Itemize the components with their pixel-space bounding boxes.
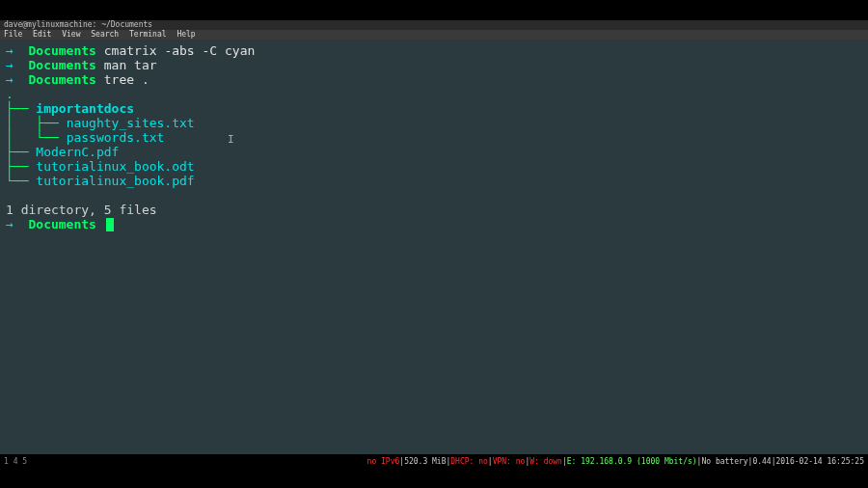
prompt-cwd: Documents bbox=[28, 43, 95, 58]
prompt-cwd: Documents bbox=[28, 58, 95, 72]
command-text: tree . bbox=[104, 72, 149, 87]
workspace-indicator[interactable]: 1 4 5 bbox=[4, 456, 27, 467]
tree-branch-icon: ├── bbox=[6, 101, 36, 116]
terminal-line: . bbox=[6, 87, 862, 101]
status-right: no IPv6|520.3 MiB|DHCP: no|VPN: no|W: do… bbox=[367, 456, 864, 467]
prompt-arrow-icon: → bbox=[6, 58, 28, 72]
block-cursor-icon bbox=[106, 218, 114, 231]
status-bar: 1 4 5 no IPv6|520.3 MiB|DHCP: no|VPN: no… bbox=[0, 454, 868, 469]
menu-terminal[interactable]: Terminal bbox=[129, 30, 167, 39]
tree-branch-icon: └── bbox=[6, 174, 36, 188]
menu-bar: File Edit View Search Terminal Help bbox=[0, 30, 868, 40]
text-cursor-icon: I bbox=[228, 132, 234, 147]
status-segment: no IPv6 bbox=[367, 456, 400, 467]
menu-edit[interactable]: Edit bbox=[33, 30, 51, 39]
terminal-line: → Documents cmatrix -abs -C cyan bbox=[6, 43, 862, 58]
tree-branch-icon: ├── bbox=[6, 159, 36, 174]
prompt-cwd: Documents bbox=[28, 72, 95, 87]
prompt-arrow-icon: → bbox=[6, 43, 28, 58]
terminal-line: └── tutorialinux_book.pdf bbox=[6, 174, 862, 188]
terminal-line: → Documents bbox=[6, 217, 862, 231]
tree-branch-icon: ├── bbox=[6, 145, 36, 159]
tree-file: passwords.txt bbox=[67, 130, 165, 145]
terminal-line: → Documents tree . bbox=[6, 72, 862, 87]
status-segment: VPN: no bbox=[493, 456, 526, 467]
status-segment: |520.3 MiB| bbox=[399, 456, 450, 467]
terminal-line: │ ├── naughty_sites.txt bbox=[6, 116, 862, 130]
tree-directory: importantdocs bbox=[36, 101, 134, 116]
prompt-cwd: Documents bbox=[28, 217, 95, 231]
prompt-arrow-icon: → bbox=[6, 217, 28, 231]
tree-file: tutorialinux_book.odt bbox=[36, 159, 194, 174]
terminal-line: │ └── passwords.txt bbox=[6, 130, 862, 145]
window-title: dave@mylinuxmachine: ~/Documents bbox=[4, 21, 152, 29]
menu-file[interactable]: File bbox=[4, 30, 22, 39]
window-titlebar: dave@mylinuxmachine: ~/Documents bbox=[0, 20, 868, 30]
tree-branch-icon: │ └── bbox=[6, 130, 67, 145]
tree-file: naughty_sites.txt bbox=[67, 116, 195, 130]
letterbox-top bbox=[0, 0, 868, 20]
tree-file: tutorialinux_book.pdf bbox=[36, 174, 194, 188]
terminal-line: → Documents man tar bbox=[6, 58, 862, 72]
menu-view[interactable]: View bbox=[62, 30, 80, 39]
prompt-arrow-icon: → bbox=[6, 72, 28, 87]
status-segment: DHCP: no bbox=[450, 456, 488, 467]
status-segment: E: 192.168.0.9 (1000 Mbit/s) bbox=[567, 456, 697, 467]
menu-search[interactable]: Search bbox=[91, 30, 119, 39]
terminal-line: 1 directory, 5 files bbox=[6, 203, 862, 217]
terminal-line: ├── ModernC.pdf bbox=[6, 145, 862, 159]
letterbox-bottom bbox=[0, 469, 868, 488]
command-text: man tar bbox=[104, 58, 157, 72]
tree-branch-icon: . bbox=[6, 87, 14, 101]
command-text: cmatrix -abs -C cyan bbox=[104, 43, 256, 58]
terminal-line: ├── tutorialinux_book.odt bbox=[6, 159, 862, 174]
terminal-area[interactable]: I → Documents cmatrix -abs -C cyan→ Docu… bbox=[0, 40, 868, 454]
terminal-line bbox=[6, 188, 862, 203]
menu-help[interactable]: Help bbox=[176, 30, 195, 39]
tree-branch-icon: │ ├── bbox=[6, 116, 67, 130]
status-segment: W: down bbox=[529, 456, 562, 467]
tree-file: ModernC.pdf bbox=[36, 145, 119, 159]
status-segment: |No battery|0.44|2016-02-14 16:25:25 bbox=[697, 456, 864, 467]
terminal-line: ├── importantdocs bbox=[6, 101, 862, 116]
tree-summary: 1 directory, 5 files bbox=[6, 203, 157, 217]
